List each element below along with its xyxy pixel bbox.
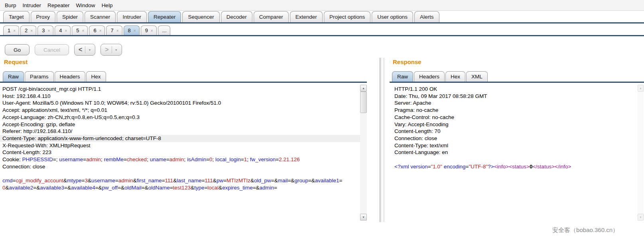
response-line: Content-Language: en xyxy=(394,149,637,156)
menu-item-repeater[interactable]: Repeater xyxy=(44,2,73,9)
response-line: HTTP/1.1 200 OK xyxy=(394,86,637,93)
close-tab-icon[interactable]: × xyxy=(65,29,67,33)
tab-label: ... xyxy=(162,27,167,33)
panel-splitter[interactable] xyxy=(383,58,385,222)
request-line: Connection: close xyxy=(2,163,360,170)
chevron-down-icon[interactable]: ▼ xyxy=(115,49,118,51)
request-line: User-Agent: Mozilla/5.0 (Windows NT 10.0… xyxy=(2,100,360,107)
repeater-tab-7[interactable]: 7× xyxy=(106,25,122,35)
response-panel-title: Response xyxy=(393,59,421,65)
response-line: Content-Length: 70 xyxy=(394,128,637,135)
right-arrow-icon: > xyxy=(105,47,108,53)
menu-item-burp[interactable]: Burp xyxy=(2,2,20,9)
tab-label: 2 xyxy=(25,27,28,33)
request-line: Content-Type: application/x-www-form-url… xyxy=(0,135,360,142)
main-tab-bar: TargetProxySpiderScannerIntruderRepeater… xyxy=(0,11,644,23)
chevron-down-icon[interactable]: ▼ xyxy=(88,49,91,51)
repeater-tab-6[interactable]: 6× xyxy=(89,25,105,35)
scroll-down-button[interactable]: ▼ xyxy=(638,214,644,221)
response-line: Connection: close xyxy=(394,135,637,142)
request-tab-hex[interactable]: Hex xyxy=(86,71,106,82)
main-tab-intruder[interactable]: Intruder xyxy=(117,11,147,22)
menu-item-window[interactable]: Window xyxy=(73,2,98,9)
response-tab-xml[interactable]: XML xyxy=(466,71,488,82)
prev-request-button[interactable]: < ▼ xyxy=(74,44,95,56)
repeater-tab-4[interactable]: 4× xyxy=(55,25,71,35)
close-tab-icon[interactable]: × xyxy=(30,29,33,33)
response-scrollbar[interactable]: ▲ ▼ xyxy=(638,85,644,221)
response-tab-raw[interactable]: Raw xyxy=(392,71,413,82)
go-button[interactable]: Go xyxy=(5,44,30,55)
main-tab-repeater[interactable]: Repeater xyxy=(148,11,181,22)
response-line: <?xml version="1.0" encoding="UTF-8"?><i… xyxy=(394,163,637,170)
request-line: X-Requested-With: XMLHttpRequest xyxy=(2,142,360,149)
request-line: 0&available2=&available3=&available4=&pw… xyxy=(2,184,360,191)
main-tab-sequencer[interactable]: Sequencer xyxy=(182,11,219,22)
up-arrow-icon: ▲ xyxy=(639,87,642,90)
request-line: POST /cgi-bin/account_mgr.cgi HTTP/1.1 xyxy=(2,86,360,93)
response-viewer: HTTP/1.1 200 OKDate: Thu, 09 Mar 2017 08… xyxy=(392,85,637,223)
main-tab-alerts[interactable]: Alerts xyxy=(414,11,439,22)
main-tab-user-options[interactable]: User options xyxy=(372,11,413,22)
request-tab-raw[interactable]: Raw xyxy=(3,71,24,82)
close-tab-icon[interactable]: × xyxy=(134,29,136,33)
request-line: Host: 192.168.4.110 xyxy=(2,93,360,100)
tab-label: 1 xyxy=(8,27,10,33)
repeater-tab-3[interactable]: 3× xyxy=(37,25,53,35)
scroll-up-button[interactable]: ▲ xyxy=(638,85,644,92)
repeater-tab-8[interactable]: 8× xyxy=(124,25,140,35)
left-arrow-icon: < xyxy=(79,47,82,53)
menu-item-intruder[interactable]: Intruder xyxy=(20,2,45,9)
request-line: Accept: application/xml, text/xml, */*; … xyxy=(2,107,360,114)
main-tab-extender[interactable]: Extender xyxy=(290,11,323,22)
main-tab-spider[interactable]: Spider xyxy=(57,11,83,22)
up-arrow-icon: ▲ xyxy=(362,87,365,90)
main-tab-proxy[interactable]: Proxy xyxy=(31,11,56,22)
menu-item-help[interactable]: Help xyxy=(98,2,116,9)
close-tab-icon[interactable]: × xyxy=(47,29,50,33)
repeater-tab-5[interactable]: 5× xyxy=(72,25,88,35)
repeater-tab-9[interactable]: 9× xyxy=(141,25,157,35)
tab-label: 7 xyxy=(110,27,113,33)
main-tab-target[interactable]: Target xyxy=(3,11,30,22)
response-line: Content-Type: text/xml xyxy=(394,142,637,149)
repeater-toolbar: Go Cancel < ▼ > ▼ xyxy=(5,44,122,56)
response-line xyxy=(394,156,637,163)
close-tab-icon[interactable]: × xyxy=(13,29,16,33)
request-line: Referer: http://192.168.4.110/ xyxy=(2,128,360,135)
close-tab-icon[interactable]: × xyxy=(151,29,153,33)
request-editor[interactable]: POST /cgi-bin/account_mgr.cgi HTTP/1.1Ho… xyxy=(0,85,360,223)
down-arrow-icon: ▼ xyxy=(639,216,642,219)
scroll-down-button[interactable]: ▼ xyxy=(360,214,367,221)
close-tab-icon[interactable]: × xyxy=(116,29,119,33)
main-tab-scanner[interactable]: Scanner xyxy=(85,11,116,22)
main-tab-project-options[interactable]: Project options xyxy=(324,11,370,22)
repeater-tab-2[interactable]: 2× xyxy=(20,25,36,35)
request-tab-params[interactable]: Params xyxy=(25,71,54,82)
tab-label: 6 xyxy=(93,27,96,33)
response-line: Pragma: no-cache xyxy=(394,107,637,114)
main-tab-comparer[interactable]: Comparer xyxy=(254,11,289,22)
cancel-button[interactable]: Cancel xyxy=(35,44,69,55)
next-request-button[interactable]: > ▼ xyxy=(100,44,122,56)
close-tab-icon[interactable]: × xyxy=(99,29,102,33)
request-line: Accept-Language: zh-CN,zh;q=0.8,en-US;q=… xyxy=(2,114,360,121)
request-tab-headers[interactable]: Headers xyxy=(55,71,85,82)
repeater-tab-bar: 1×2×3×4×5×6×7×8×9×... xyxy=(0,25,644,36)
main-tab-decoder[interactable]: Decoder xyxy=(221,11,252,22)
button-divider xyxy=(112,46,112,53)
panel-splitter[interactable] xyxy=(379,58,381,222)
request-line xyxy=(2,170,360,177)
repeater-tab-more[interactable]: ... xyxy=(158,25,170,35)
down-arrow-icon: ▼ xyxy=(362,216,365,219)
close-tab-icon[interactable]: × xyxy=(82,29,85,33)
response-tab-hex[interactable]: Hex xyxy=(445,71,465,82)
scrollbar-thumb[interactable] xyxy=(360,92,367,113)
response-line: Cache-Control: no-cache xyxy=(394,114,637,121)
tab-label: 8 xyxy=(128,27,131,33)
request-scrollbar[interactable]: ▲ ▼ xyxy=(360,85,367,221)
repeater-tab-1[interactable]: 1× xyxy=(3,25,19,35)
scroll-up-button[interactable]: ▲ xyxy=(360,85,367,92)
response-tab-headers[interactable]: Headers xyxy=(414,71,445,82)
response-line: Vary: Accept-Encoding xyxy=(394,121,637,128)
